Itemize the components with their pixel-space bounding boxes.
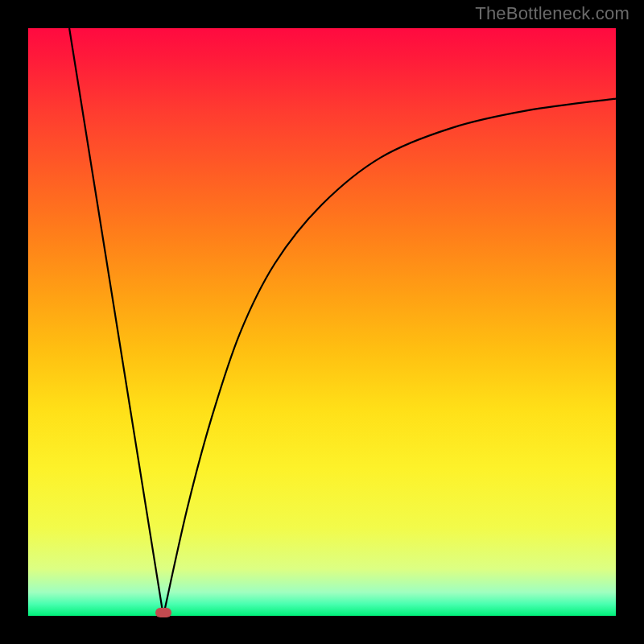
watermark-text: TheBottleneck.com (475, 3, 630, 24)
minimum-marker (155, 608, 171, 617)
bottleneck-curve-path (69, 28, 616, 616)
bottleneck-curve (28, 28, 616, 616)
chart-frame: TheBottleneck.com (0, 0, 644, 644)
